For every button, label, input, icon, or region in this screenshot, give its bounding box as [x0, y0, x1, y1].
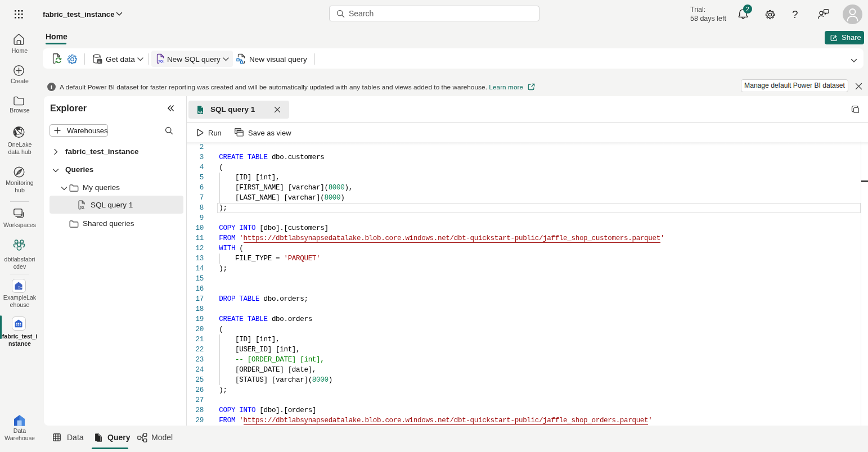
svg-text:SQL: SQL — [198, 110, 203, 114]
svg-text:SQL: SQL — [158, 60, 165, 63]
svg-text:SQL: SQL — [80, 206, 85, 209]
